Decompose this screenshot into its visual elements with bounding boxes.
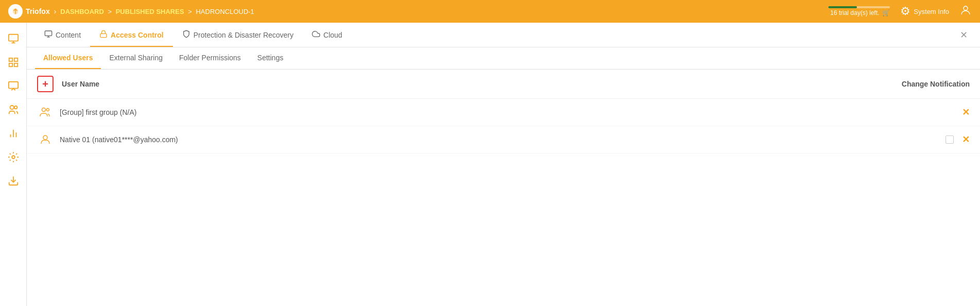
column-username-header: User Name bbox=[62, 80, 877, 88]
sidebar-item-users[interactable] bbox=[3, 99, 24, 121]
content-tab-icon bbox=[44, 30, 52, 40]
tab-cloud[interactable]: Cloud bbox=[303, 23, 352, 47]
brand-name: Triofox bbox=[26, 7, 50, 15]
gear-icon: ⚙ bbox=[900, 5, 911, 18]
svg-rect-7 bbox=[9, 63, 12, 66]
progress-fill bbox=[828, 6, 856, 8]
sidebar-item-monitor[interactable] bbox=[3, 28, 24, 49]
group-name: [Group] first group (N/A) bbox=[60, 108, 877, 116]
svg-rect-2 bbox=[8, 35, 18, 41]
svg-point-11 bbox=[14, 106, 17, 109]
access-control-tab-icon bbox=[99, 30, 108, 40]
group-avatar bbox=[37, 104, 54, 121]
sidebar-item-chart[interactable] bbox=[3, 123, 24, 144]
svg-rect-5 bbox=[9, 58, 12, 61]
svg-rect-6 bbox=[14, 58, 17, 61]
sub-tab-folder-permissions-label: Folder Permissions bbox=[179, 54, 241, 62]
sub-tabs: Allowed Users External Sharing Folder Pe… bbox=[27, 47, 980, 70]
cart-icon[interactable]: 🛒 bbox=[882, 9, 890, 16]
sidebar-item-desktop[interactable] bbox=[3, 75, 24, 97]
trial-text: 16 trial day(s) left. 🛒 bbox=[830, 9, 890, 16]
cloud-tab-icon bbox=[312, 30, 320, 40]
svg-point-10 bbox=[10, 106, 13, 109]
main-layout: Content Access Control Protection & Disa… bbox=[0, 23, 980, 306]
tab-access-control-label: Access Control bbox=[111, 31, 164, 39]
header-right: 16 trial day(s) left. 🛒 ⚙ System Info bbox=[828, 4, 972, 19]
tabs-row: Content Access Control Protection & Disa… bbox=[27, 23, 980, 47]
svg-point-1 bbox=[964, 6, 968, 10]
trial-info: 16 trial day(s) left. 🛒 bbox=[828, 6, 890, 16]
progress-bar bbox=[828, 6, 890, 8]
svg-rect-17 bbox=[45, 31, 51, 36]
tab-cloud-label: Cloud bbox=[323, 31, 342, 39]
sidebar-item-dashboard[interactable] bbox=[3, 52, 24, 73]
system-info-button[interactable]: ⚙ System Info bbox=[900, 5, 949, 18]
user-avatar bbox=[37, 131, 54, 148]
user-name: Native 01 (native01****@yahoo.com) bbox=[60, 135, 877, 144]
group-actions: ✕ bbox=[877, 107, 970, 118]
user-menu-button[interactable] bbox=[959, 4, 972, 19]
plus-icon: + bbox=[42, 78, 48, 90]
sidebar bbox=[0, 23, 27, 306]
sub-tab-settings[interactable]: Settings bbox=[249, 47, 292, 69]
column-notification-header: Change Notification bbox=[877, 80, 970, 88]
remove-group-button[interactable]: ✕ bbox=[962, 107, 970, 118]
protection-tab-icon bbox=[182, 30, 190, 40]
sub-tab-folder-permissions[interactable]: Folder Permissions bbox=[171, 47, 249, 69]
table-area: + User Name Change Notification [Group] … bbox=[27, 70, 980, 306]
trial-label: 16 trial day(s) left. bbox=[830, 9, 879, 16]
breadcrumb: DASHBOARD > PUBLISHED SHARES > HADRONCLO… bbox=[60, 8, 254, 15]
tab-access-control[interactable]: Access Control bbox=[90, 23, 173, 47]
svg-point-15 bbox=[12, 156, 15, 159]
table-row: [Group] first group (N/A) ✕ bbox=[27, 99, 980, 126]
sub-tab-allowed-users[interactable]: Allowed Users bbox=[35, 47, 101, 69]
sub-tab-external-sharing[interactable]: External Sharing bbox=[101, 47, 171, 69]
header: Triofox › DASHBOARD > PUBLISHED SHARES >… bbox=[0, 0, 980, 23]
svg-point-23 bbox=[43, 135, 47, 140]
tabs-left: Content Access Control Protection & Disa… bbox=[35, 23, 352, 47]
notification-checkbox[interactable] bbox=[946, 135, 954, 144]
tab-content[interactable]: Content bbox=[35, 23, 90, 47]
sidebar-item-settings[interactable] bbox=[3, 146, 24, 168]
sub-tab-allowed-users-label: Allowed Users bbox=[43, 54, 93, 62]
content-area: Content Access Control Protection & Disa… bbox=[27, 23, 980, 306]
system-info-label: System Info bbox=[914, 8, 949, 15]
sidebar-item-download[interactable] bbox=[3, 170, 24, 192]
svg-rect-9 bbox=[8, 82, 18, 89]
tab-content-label: Content bbox=[56, 31, 81, 39]
breadcrumb-current: HADRONCLOUD-1 bbox=[196, 8, 254, 15]
sub-tab-external-sharing-label: External Sharing bbox=[109, 54, 163, 62]
close-button[interactable]: ✕ bbox=[956, 27, 972, 43]
svg-point-22 bbox=[47, 109, 49, 111]
table-header: + User Name Change Notification bbox=[27, 70, 980, 99]
user-actions: ✕ bbox=[877, 134, 970, 145]
svg-point-21 bbox=[42, 108, 46, 112]
add-user-button[interactable]: + bbox=[37, 76, 54, 92]
svg-rect-8 bbox=[14, 63, 17, 66]
logo[interactable] bbox=[8, 4, 23, 19]
breadcrumb-published-shares[interactable]: PUBLISHED SHARES bbox=[116, 8, 184, 15]
tab-protection[interactable]: Protection & Disaster Recovery bbox=[173, 23, 303, 47]
tab-protection-label: Protection & Disaster Recovery bbox=[194, 31, 294, 39]
header-left: Triofox › DASHBOARD > PUBLISHED SHARES >… bbox=[8, 4, 254, 19]
table-row: Native 01 (native01****@yahoo.com) ✕ bbox=[27, 126, 980, 154]
remove-user-button[interactable]: ✕ bbox=[962, 134, 970, 145]
sub-tab-settings-label: Settings bbox=[257, 54, 284, 62]
breadcrumb-sep1: › bbox=[54, 7, 57, 15]
svg-rect-20 bbox=[100, 33, 107, 37]
breadcrumb-dashboard[interactable]: DASHBOARD bbox=[60, 8, 104, 15]
